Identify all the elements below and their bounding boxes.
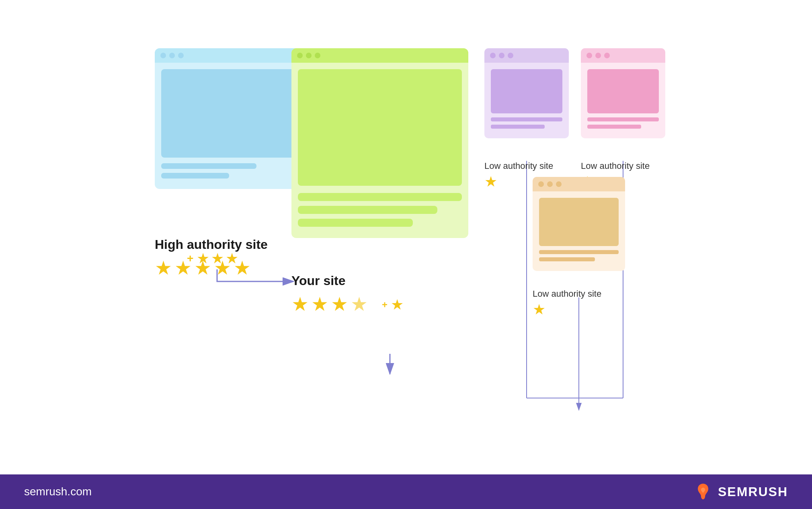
diagram-area: High authority site ★ ★ ★ ★ ★ + ★ ★ ★ [125,24,687,450]
your-site-titlebar [291,48,468,63]
low-purple-line-2 [491,125,545,129]
low-peach-body [533,191,625,271]
low-pink-titlebar [581,48,665,63]
low-pink-body [581,63,665,138]
low-purple-body [484,63,569,138]
your-site-line-3 [298,219,413,227]
your-star-2: ★ [311,295,328,314]
footer: semrush.com SEMRUSH [0,474,812,509]
float-your-star: ★ [391,298,404,312]
low-pink-image [587,69,659,113]
low-pink-line-1 [587,117,659,121]
pink-dot-1 [586,53,592,58]
peach-dot-3 [556,181,562,187]
dot-1 [160,53,166,58]
semrush-icon [693,482,713,502]
purple-dot-3 [508,53,513,58]
low-peach-titlebar [533,177,625,191]
low-peach-line-1 [539,250,619,254]
your-site-label: Your site [291,273,368,288]
your-star-3: ★ [331,295,348,314]
low-pink-line-2 [587,125,641,129]
low-purple-line-1 [491,117,562,121]
low-authority-purple-browser [484,48,569,138]
float-star-3: ★ [226,251,238,266]
your-site-body [291,63,468,238]
your-star-4: ★ [351,295,368,314]
high-authority-titlebar [155,48,303,63]
low-purple-star: ★ [484,174,497,189]
purple-dot-2 [499,53,504,58]
star-1: ★ [155,259,172,278]
yours-dot-1 [297,53,303,58]
high-authority-image [161,69,297,158]
your-star-1: ★ [291,295,309,314]
low-purple-label: Low authority site [484,161,553,171]
float-star-1: ★ [197,251,209,266]
peach-dot-2 [547,181,553,187]
low-purple-titlebar [484,48,569,63]
dot-2 [169,53,175,58]
purple-dot-1 [490,53,496,58]
low-peach-info: Low authority site ★ [533,285,601,317]
your-site-line-2 [298,206,437,214]
yours-dot-2 [306,53,312,58]
low-authority-pink-browser [581,48,665,138]
dot-3 [178,53,184,58]
low-pink-label: Low authority site [581,161,650,171]
pink-dot-3 [604,53,610,58]
semrush-text: SEMRUSH [718,484,788,499]
floating-stars-yours: + ★ [382,298,404,312]
your-site-info: Your site ★ ★ ★ ★ [291,265,368,314]
yours-dot-3 [315,53,320,58]
high-authority-body [155,63,303,189]
plus-sign-yours: + [382,299,388,310]
high-authority-line-2 [161,173,229,179]
float-star-2: ★ [211,251,224,266]
high-authority-line-1 [161,163,256,169]
low-purple-image [491,69,562,113]
low-peach-line-2 [539,257,595,261]
plus-sign-high: + [187,252,193,265]
main-content: High authority site ★ ★ ★ ★ ★ + ★ ★ ★ [0,0,812,474]
low-peach-image [539,198,619,246]
your-site-image [298,69,462,186]
your-site-line-1 [298,193,462,201]
floating-stars-high: + ★ ★ ★ [187,251,238,266]
low-peach-stars: ★ [533,302,601,317]
your-site-stars: ★ ★ ★ ★ [291,295,368,314]
low-peach-label: Low authority site [533,289,601,299]
low-authority-peach-browser [533,177,625,271]
your-site-browser [291,48,468,238]
peach-dot-1 [538,181,544,187]
footer-url: semrush.com [24,485,92,498]
low-peach-star: ★ [533,302,545,317]
pink-dot-2 [595,53,601,58]
semrush-logo: SEMRUSH [693,482,788,502]
high-authority-browser [155,48,303,189]
